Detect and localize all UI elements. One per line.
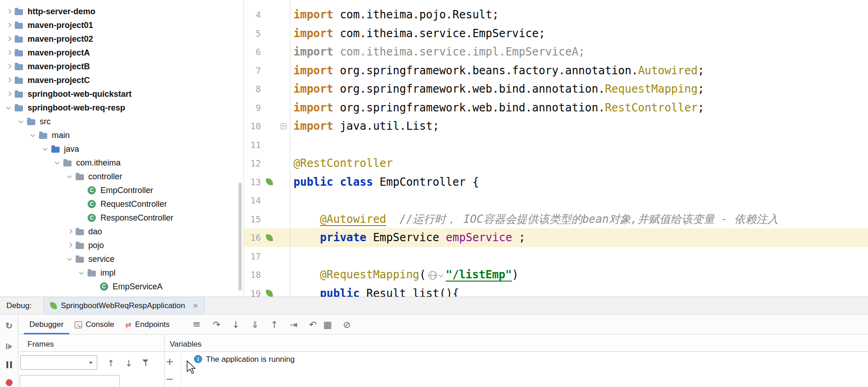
tree-item-label: controller: [88, 172, 122, 182]
chevron-right-icon[interactable]: [6, 63, 12, 70]
chevron-right-icon[interactable]: [66, 228, 73, 235]
chevron-down-icon[interactable]: [66, 173, 73, 180]
drop-frame-icon[interactable]: ↶: [307, 320, 319, 329]
resume-program-icon[interactable]: [6, 343, 12, 349]
spring-bean-gutter-icon[interactable]: [266, 234, 273, 241]
tree-item[interactable]: pojo: [0, 238, 243, 252]
view-breakpoints-icon[interactable]: ▦: [322, 320, 333, 329]
tree-item-label: EmpServiceA: [113, 282, 163, 292]
tree-item[interactable]: src: [0, 115, 243, 128]
tree-item[interactable]: CResponseController: [0, 211, 243, 225]
frames-variables-splitter[interactable]: [164, 335, 165, 387]
spring-bean-gutter-icon[interactable]: [266, 290, 273, 297]
chevron-right-icon[interactable]: [6, 50, 12, 56]
tab-label: Endpoints: [135, 320, 170, 329]
chevron-down-icon[interactable]: [6, 105, 12, 111]
tree-item[interactable]: http-server-demo: [0, 5, 243, 18]
code-text: import org.springframework.web.bind.anno…: [289, 101, 704, 114]
folder-folder-icon: [15, 105, 23, 111]
tree-scrollbar[interactable]: [238, 182, 242, 291]
endpoints-icon: [125, 321, 131, 329]
add-watch-icon[interactable]: +: [166, 356, 174, 367]
chevron-right-icon[interactable]: [66, 242, 73, 249]
chevron-down-icon[interactable]: [30, 132, 37, 139]
tree-item-label: RequestController: [100, 199, 167, 209]
code-text: import org.springframework.beans.factory…: [289, 64, 704, 77]
tree-item[interactable]: controller: [0, 170, 243, 183]
url-globe-icon[interactable]: [428, 271, 443, 280]
step-over-icon[interactable]: ↷: [211, 320, 222, 329]
chevron-down-icon[interactable]: [42, 146, 49, 153]
package-folder-icon: [76, 174, 84, 180]
chevron-down-icon[interactable]: [18, 118, 25, 125]
mute-breakpoints-icon[interactable]: ⊘: [341, 320, 353, 329]
tree-item[interactable]: dao: [0, 225, 243, 238]
tree-item[interactable]: maven-projectB: [0, 60, 243, 73]
chevron-right-icon[interactable]: [6, 22, 12, 29]
tree-item[interactable]: CEmpController: [0, 183, 243, 197]
fold-region-icon[interactable]: [281, 123, 287, 129]
debug-toolbar-row: DebuggerConsoleEndpoints ≡ ↷↓⇓↑⇥↶ ▦⊘: [0, 315, 868, 335]
chevron-right-icon[interactable]: [6, 36, 12, 43]
frames-list[interactable]: [20, 375, 120, 387]
line-number: 6: [244, 47, 261, 57]
folder-folder-icon: [15, 37, 23, 43]
session-tab-label: SpringbootWebReqRespApplication: [61, 301, 185, 310]
close-icon[interactable]: ×: [193, 301, 198, 310]
tree-item[interactable]: springboot-web-req-resp: [0, 101, 243, 115]
code-line: 6import com.itheima.service.impl.EmpServ…: [244, 43, 868, 61]
line-number: 16: [244, 232, 261, 243]
watch-toolbar-border: [181, 352, 181, 387]
editor[interactable]: 4import com.itheima.pojo.Result;5import …: [244, 0, 868, 297]
tree-item[interactable]: java: [0, 142, 243, 156]
tree-item[interactable]: service: [0, 252, 243, 266]
tree-item[interactable]: maven-project02: [0, 32, 243, 46]
tab-console[interactable]: Console: [69, 315, 120, 334]
tab-endpoints[interactable]: Endpoints: [120, 315, 175, 334]
move-up-icon[interactable]: ↑: [106, 358, 116, 368]
force-step-into-icon[interactable]: ⇓: [249, 320, 261, 329]
rerun-debugger-icon[interactable]: ↻: [6, 321, 13, 331]
tree-item[interactable]: impl: [0, 266, 243, 280]
spring-bean-gutter-icon[interactable]: [266, 178, 273, 185]
pause-program-icon[interactable]: [6, 361, 12, 368]
step-out-icon[interactable]: ↑: [269, 320, 280, 329]
frames-thread-combobox[interactable]: [20, 355, 97, 370]
chevron-down-icon[interactable]: [66, 256, 73, 263]
stop-icon[interactable]: [6, 379, 12, 386]
step-into-icon[interactable]: ↓: [230, 320, 242, 329]
filter-icon[interactable]: [142, 359, 149, 367]
tab-debugger[interactable]: Debugger: [24, 315, 69, 334]
tree-item[interactable]: CEmpServiceA: [0, 280, 243, 293]
debug-view-tabs: DebuggerConsoleEndpoints: [24, 315, 175, 334]
tab-label: Console: [86, 320, 114, 329]
tree-item[interactable]: springboot-web-quickstart: [0, 87, 243, 101]
chevron-right-icon[interactable]: [6, 8, 12, 15]
line-number: 19: [244, 288, 261, 297]
line-number: 9: [244, 103, 261, 113]
editor-code-lines: 4import com.itheima.pojo.Result;5import …: [244, 6, 868, 297]
project-tree[interactable]: http-server-demomaven-project01maven-pro…: [0, 0, 243, 297]
run-to-cursor-icon[interactable]: ⇥: [288, 320, 299, 329]
tree-item[interactable]: maven-projectC: [0, 73, 243, 87]
tree-item[interactable]: CRequestController: [0, 197, 243, 211]
move-down-icon[interactable]: ↓: [124, 358, 134, 368]
tree-item-label: com.itheima: [76, 158, 121, 168]
debug-session-tab[interactable]: SpringbootWebReqRespApplication ×: [44, 297, 205, 314]
gutter-border: [290, 0, 290, 297]
java-folder-icon: [51, 147, 60, 153]
tree-item[interactable]: maven-projectA: [0, 46, 243, 60]
tree-item[interactable]: main: [0, 128, 243, 142]
tree-item-label: EmpController: [100, 186, 153, 195]
chevron-right-icon[interactable]: [6, 91, 12, 98]
layout-settings-icon[interactable]: ≡: [193, 319, 201, 330]
chevron-down-icon[interactable]: [78, 270, 85, 276]
chevron-right-icon[interactable]: [6, 77, 12, 84]
remove-watch-icon[interactable]: −: [166, 374, 174, 385]
tree-item[interactable]: com.itheima: [0, 156, 243, 170]
tree-item[interactable]: maven-project01: [0, 18, 243, 32]
tree-item-label: impl: [100, 268, 116, 278]
chevron-down-icon[interactable]: [54, 160, 61, 166]
tree-item-label: springboot-web-quickstart: [28, 89, 132, 99]
code-line: 4import com.itheima.pojo.Result;: [244, 6, 868, 24]
